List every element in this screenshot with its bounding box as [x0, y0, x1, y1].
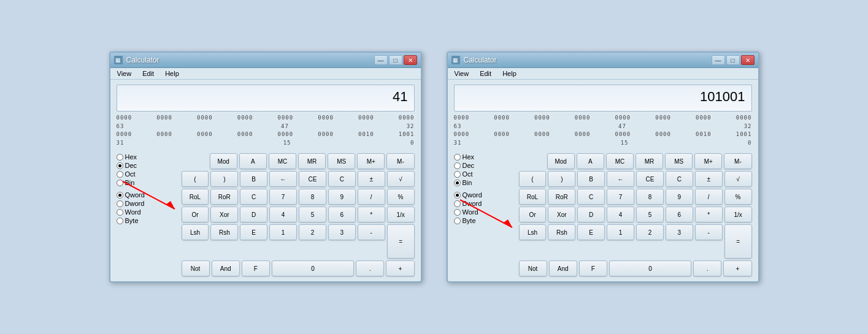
button-MR[interactable]: MR: [636, 153, 663, 169]
button-3[interactable]: 3: [328, 224, 356, 240]
button-B[interactable]: B: [240, 171, 267, 187]
mode-hex[interactable]: Hex: [117, 153, 178, 161]
button-minus[interactable]: -: [358, 224, 385, 240]
mode-hex[interactable]: Hex: [454, 153, 515, 161]
button-7[interactable]: 7: [269, 189, 297, 205]
button-9[interactable]: 9: [666, 189, 693, 205]
button-Mod[interactable]: Mod: [210, 153, 237, 169]
button-Mminus[interactable]: M-: [386, 153, 414, 169]
button-%[interactable]: %: [387, 189, 415, 205]
button-5[interactable]: 5: [636, 207, 664, 222]
word-byte[interactable]: Byte: [454, 217, 515, 224]
button-backspace[interactable]: ←: [269, 171, 297, 187]
button-6[interactable]: 6: [666, 207, 693, 222]
word-byte[interactable]: Byte: [117, 217, 178, 224]
button-Mod[interactable]: Mod: [547, 153, 575, 169]
menu-item-help[interactable]: Help: [501, 69, 518, 78]
equals-button[interactable]: =: [724, 224, 752, 259]
menu-item-view[interactable]: View: [115, 69, 134, 78]
button-Xor[interactable]: Xor: [548, 207, 575, 222]
button-)[interactable]: ): [210, 171, 238, 187]
equals-button[interactable]: =: [387, 224, 415, 259]
button-([interactable]: (: [519, 171, 547, 187]
menu-item-view[interactable]: View: [453, 69, 471, 78]
button-F[interactable]: F: [579, 260, 607, 276]
button-MS[interactable]: MS: [328, 153, 355, 169]
button-RoL[interactable]: RoL: [182, 189, 209, 205]
button-Rsh[interactable]: Rsh: [548, 224, 575, 240]
button-.[interactable]: .: [693, 260, 721, 276]
button-backspace[interactable]: ←: [607, 171, 634, 187]
button-sqrt[interactable]: √: [724, 171, 752, 187]
close-button[interactable]: ✕: [741, 55, 755, 65]
button-And[interactable]: And: [549, 260, 577, 276]
minimize-button[interactable]: —: [712, 55, 725, 65]
button-1slashx[interactable]: 1/x: [724, 207, 752, 222]
button-.[interactable]: .: [356, 260, 384, 276]
button-And[interactable]: And: [212, 260, 240, 276]
word-word[interactable]: Word: [454, 208, 515, 216]
button-RoR[interactable]: RoR: [210, 189, 238, 205]
maximize-button[interactable]: □: [726, 55, 740, 65]
button-7[interactable]: 7: [607, 189, 634, 205]
menu-item-edit[interactable]: Edit: [478, 69, 493, 78]
button-Lsh[interactable]: Lsh: [182, 224, 209, 240]
button-3[interactable]: 3: [666, 224, 693, 240]
button-1[interactable]: 1: [607, 224, 634, 240]
button-E[interactable]: E: [240, 224, 267, 240]
button-E[interactable]: E: [577, 224, 605, 240]
word-qword[interactable]: Qword: [117, 191, 178, 199]
minimize-button[interactable]: —: [374, 55, 388, 65]
button-C[interactable]: C: [240, 189, 267, 205]
button-CE[interactable]: CE: [636, 171, 664, 187]
button-1slashx[interactable]: 1/x: [387, 207, 415, 222]
button-MR[interactable]: MR: [298, 153, 326, 169]
button-star[interactable]: *: [695, 207, 723, 222]
button-A[interactable]: A: [239, 153, 267, 169]
mode-dec[interactable]: Dec: [454, 162, 515, 169]
button-F[interactable]: F: [242, 260, 270, 276]
word-dword[interactable]: Dword: [454, 200, 515, 207]
menu-item-edit[interactable]: Edit: [140, 69, 156, 78]
button-Mminus[interactable]: M-: [724, 153, 751, 169]
button-CE[interactable]: CE: [299, 171, 326, 187]
mode-bin[interactable]: Bin: [454, 179, 515, 186]
mode-dec[interactable]: Dec: [117, 162, 178, 169]
button-9[interactable]: 9: [328, 189, 356, 205]
button-C[interactable]: C: [328, 171, 356, 187]
button-plusminus[interactable]: ±: [358, 171, 385, 187]
word-qword[interactable]: Qword: [454, 191, 515, 199]
button-2[interactable]: 2: [636, 224, 664, 240]
button-C[interactable]: C: [666, 171, 693, 187]
button-8[interactable]: 8: [636, 189, 664, 205]
button-1[interactable]: 1: [269, 224, 297, 240]
button-D[interactable]: D: [240, 207, 267, 222]
button-Not[interactable]: Not: [182, 260, 210, 276]
button-0[interactable]: 0: [272, 260, 354, 276]
button-sqrt[interactable]: √: [387, 171, 415, 187]
button-plusminus[interactable]: ±: [695, 171, 723, 187]
maximize-button[interactable]: □: [389, 55, 402, 65]
close-button[interactable]: ✕: [404, 55, 417, 65]
button-MC[interactable]: MC: [269, 153, 296, 169]
button-Mplus[interactable]: M+: [357, 153, 385, 169]
button-4[interactable]: 4: [607, 207, 634, 222]
button-0[interactable]: 0: [609, 260, 691, 276]
button-6[interactable]: 6: [328, 207, 356, 222]
button-star[interactable]: *: [358, 207, 385, 222]
button-)[interactable]: ): [548, 171, 575, 187]
mode-oct[interactable]: Oct: [454, 170, 515, 178]
button-B[interactable]: B: [577, 171, 605, 187]
button-RoR[interactable]: RoR: [548, 189, 575, 205]
button-A[interactable]: A: [577, 153, 604, 169]
mode-bin[interactable]: Bin: [117, 179, 178, 186]
button-Or[interactable]: Or: [519, 207, 547, 222]
button-5[interactable]: 5: [299, 207, 326, 222]
button-%[interactable]: %: [724, 189, 752, 205]
button-RoL[interactable]: RoL: [519, 189, 547, 205]
button-D[interactable]: D: [577, 207, 605, 222]
button-2[interactable]: 2: [299, 224, 326, 240]
button-Lsh[interactable]: Lsh: [519, 224, 547, 240]
button-C[interactable]: C: [577, 189, 605, 205]
menu-item-help[interactable]: Help: [163, 69, 181, 78]
